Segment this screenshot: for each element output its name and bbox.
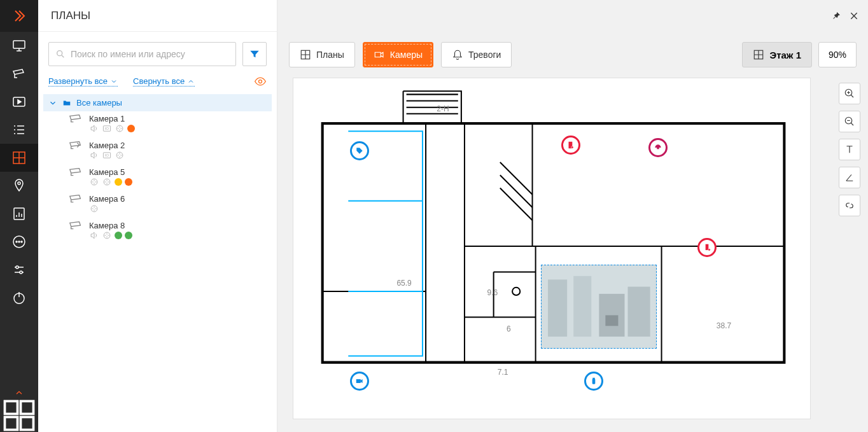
svg-point-8 — [21, 241, 22, 242]
room-label: 9.6 — [487, 288, 498, 297]
svg-rect-43 — [605, 315, 618, 326]
svg-point-16 — [57, 51, 62, 56]
plan-marker-sensor[interactable] — [584, 372, 603, 391]
svg-text:IO: IO — [105, 127, 109, 130]
canvas-tools — [839, 83, 860, 216]
collapse-all-link[interactable]: Свернуть все — [133, 76, 195, 87]
text-tool-button[interactable] — [839, 139, 860, 160]
plan-canvas[interactable]: 2-H65.99.667.138.7 — [293, 78, 811, 419]
camera-item[interactable]: Камера 5 — [43, 165, 272, 192]
plan-marker-dome[interactable] — [648, 138, 668, 157]
svg-rect-42 — [627, 286, 650, 336]
rail-power[interactable] — [0, 284, 38, 312]
rail-settings[interactable] — [0, 256, 38, 284]
camera-tree: Все камеры Камера 1IOКамера 2IOКамера 5К… — [38, 94, 277, 245]
folder-icon — [62, 99, 71, 108]
chevron-down-icon — [48, 99, 57, 108]
tree-folder[interactable]: Все камеры — [43, 94, 272, 111]
svg-rect-13 — [21, 401, 34, 414]
svg-rect-14 — [5, 417, 18, 430]
rail-layouts[interactable] — [0, 401, 38, 429]
nav-rail — [0, 0, 38, 432]
svg-rect-37 — [592, 378, 595, 379]
svg-rect-40 — [573, 275, 591, 336]
zoom-percent[interactable]: 90% — [818, 42, 857, 67]
rail-list[interactable] — [0, 116, 38, 144]
side-panel: ПЛАНЫ Развернуть все Свернуть все Все ка… — [38, 0, 277, 432]
svg-point-3 — [18, 182, 20, 185]
svg-point-35 — [708, 249, 710, 251]
svg-point-17 — [259, 80, 262, 83]
room-label: 6 — [507, 324, 511, 333]
search-icon — [55, 49, 66, 59]
camera-item[interactable]: Камера 8 — [43, 218, 272, 245]
angle-tool-button[interactable] — [839, 167, 860, 188]
svg-text:IO: IO — [105, 153, 109, 157]
svg-rect-12 — [5, 401, 18, 414]
plans-button[interactable]: Планы — [289, 42, 355, 67]
close-icon[interactable] — [849, 11, 859, 21]
rail-camera[interactable] — [0, 60, 38, 88]
panel-title: ПЛАНЫ — [51, 10, 90, 22]
camera-name: Камера 8 — [89, 221, 125, 230]
svg-point-32 — [571, 146, 574, 148]
search-input-wrap — [48, 42, 236, 66]
camera-name: Камера 1 — [89, 114, 125, 123]
svg-point-10 — [20, 271, 22, 274]
link-tool-button[interactable] — [839, 195, 860, 216]
zoom-in-button[interactable] — [839, 83, 860, 104]
floor-selector[interactable]: Этаж 1 — [742, 42, 812, 67]
zoom-out-button[interactable] — [839, 111, 860, 132]
camera-name: Камера 5 — [89, 167, 125, 177]
toolbar: Планы Камеры Тревоги Этаж 1 90% — [277, 32, 868, 78]
chevron-right-icon — [74, 141, 83, 150]
camera-item[interactable]: Камера 6 — [43, 192, 272, 218]
visibility-icon[interactable] — [254, 75, 267, 88]
rail-more[interactable] — [0, 228, 38, 256]
svg-rect-15 — [21, 417, 34, 430]
rail-monitor[interactable] — [0, 32, 38, 60]
camera-item[interactable]: Камера 1IO — [43, 111, 272, 138]
svg-rect-39 — [548, 279, 567, 337]
app-logo[interactable] — [0, 0, 38, 32]
svg-point-6 — [16, 241, 17, 242]
rail-plans[interactable] — [0, 144, 38, 172]
plan-marker-tag[interactable] — [350, 141, 369, 160]
camera-item[interactable]: Камера 2IO — [43, 138, 272, 165]
camera-preview[interactable] — [541, 265, 657, 349]
rail-playback[interactable] — [0, 88, 38, 116]
svg-point-9 — [16, 266, 18, 268]
svg-rect-36 — [592, 379, 596, 384]
rail-map[interactable] — [0, 172, 38, 200]
plan-marker-cam[interactable] — [350, 372, 369, 391]
svg-rect-0 — [13, 41, 25, 48]
plan-marker-ext[interactable] — [697, 238, 717, 257]
camera-name: Камера 6 — [89, 194, 125, 204]
svg-point-7 — [18, 241, 20, 242]
filter-button[interactable] — [242, 42, 267, 66]
floor-icon — [753, 49, 764, 60]
plan-marker-door[interactable] — [561, 136, 580, 155]
room-label: 7.1 — [498, 368, 508, 377]
camera-name: Камера 2 — [89, 141, 125, 150]
svg-rect-33 — [657, 148, 660, 149]
rail-reports[interactable] — [0, 200, 38, 228]
pin-icon[interactable] — [831, 11, 841, 21]
room-label: 65.9 — [396, 279, 411, 288]
folder-label: Все камеры — [76, 98, 122, 108]
room-label: 38.7 — [717, 321, 731, 330]
room-label: 2-H — [437, 104, 449, 113]
cameras-button[interactable]: Камеры — [363, 42, 433, 67]
svg-point-30 — [512, 288, 520, 295]
expand-all-link[interactable]: Развернуть все — [48, 76, 118, 87]
main-area: Планы Камеры Тревоги Этаж 1 90% — [277, 0, 868, 432]
search-input[interactable] — [71, 49, 229, 59]
alarms-button[interactable]: Тревоги — [441, 42, 512, 67]
